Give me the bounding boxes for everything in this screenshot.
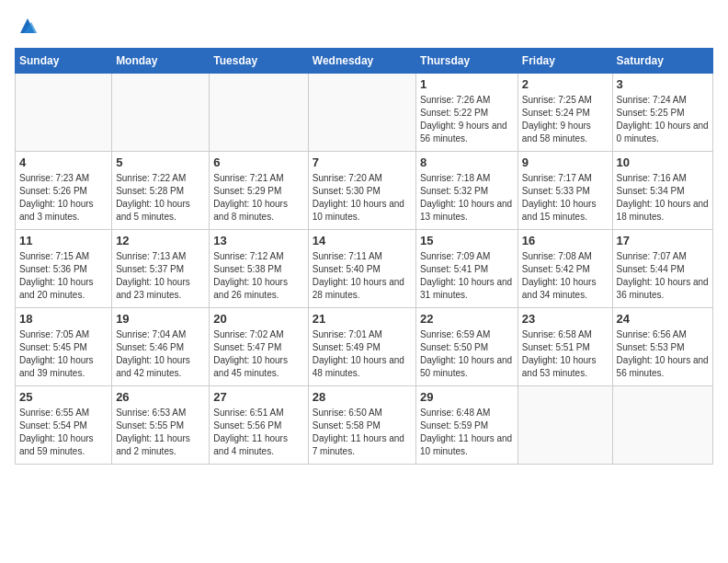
sunset-info: Sunset: 5:25 PM <box>617 107 709 120</box>
daylight-info: Daylight: 9 hours and 56 minutes. <box>420 120 514 145</box>
daylight-info: Daylight: 10 hours and 18 minutes. <box>617 198 709 224</box>
daylight-info: Daylight: 10 hours and 13 minutes. <box>420 198 514 224</box>
day-of-week-header: Tuesday <box>210 49 308 74</box>
day-number: 18 <box>19 312 108 326</box>
calendar-day-cell <box>16 74 112 152</box>
calendar-day-cell: 6 Sunrise: 7:21 AM Sunset: 5:29 PM Dayli… <box>210 152 308 230</box>
day-of-week-header: Sunday <box>16 49 112 74</box>
day-number: 27 <box>213 390 303 404</box>
calendar-day-cell: 28 Sunrise: 6:50 AM Sunset: 5:58 PM Dayl… <box>308 386 415 465</box>
daylight-info: Daylight: 10 hours and 56 minutes. <box>617 354 709 380</box>
daylight-info: Daylight: 10 hours and 20 minutes. <box>19 276 108 302</box>
sunrise-info: Sunrise: 6:51 AM <box>213 407 303 419</box>
sunset-info: Sunset: 5:54 PM <box>19 419 108 432</box>
sunset-info: Sunset: 5:22 PM <box>420 107 514 120</box>
calendar-day-cell: 9 Sunrise: 7:17 AM Sunset: 5:33 PM Dayli… <box>518 152 612 230</box>
daylight-info: Daylight: 10 hours and 36 minutes. <box>617 276 709 302</box>
sunrise-info: Sunrise: 6:56 AM <box>617 328 709 341</box>
sunrise-info: Sunrise: 7:24 AM <box>617 94 709 107</box>
day-number: 11 <box>19 234 108 247</box>
sunrise-info: Sunrise: 7:23 AM <box>19 172 108 185</box>
calendar-day-cell: 12 Sunrise: 7:13 AM Sunset: 5:37 PM Dayl… <box>112 230 210 308</box>
sunrise-info: Sunrise: 6:55 AM <box>19 407 108 419</box>
sunrise-info: Sunrise: 7:26 AM <box>420 94 514 107</box>
sunset-info: Sunset: 5:44 PM <box>617 263 709 276</box>
sunrise-info: Sunrise: 7:20 AM <box>313 172 412 185</box>
day-number: 19 <box>116 312 205 326</box>
calendar-week-row: 1 Sunrise: 7:26 AM Sunset: 5:22 PM Dayli… <box>16 74 713 152</box>
sunset-info: Sunset: 5:51 PM <box>522 341 609 354</box>
daylight-info: Daylight: 10 hours and 31 minutes. <box>420 276 514 302</box>
day-number: 23 <box>522 312 609 326</box>
calendar-week-row: 4 Sunrise: 7:23 AM Sunset: 5:26 PM Dayli… <box>16 152 713 230</box>
sunset-info: Sunset: 5:42 PM <box>522 263 609 276</box>
calendar-day-cell: 29 Sunrise: 6:48 AM Sunset: 5:59 PM Dayl… <box>416 386 518 465</box>
sunrise-info: Sunrise: 7:15 AM <box>19 250 108 263</box>
calendar-day-cell <box>612 386 712 465</box>
sunset-info: Sunset: 5:47 PM <box>213 341 303 354</box>
sunset-info: Sunset: 5:33 PM <box>522 185 609 198</box>
day-number: 5 <box>116 155 205 169</box>
day-number: 7 <box>313 155 412 169</box>
calendar-day-cell: 4 Sunrise: 7:23 AM Sunset: 5:26 PM Dayli… <box>16 152 112 230</box>
calendar-day-cell: 8 Sunrise: 7:18 AM Sunset: 5:32 PM Dayli… <box>416 152 518 230</box>
daylight-info: Daylight: 11 hours and 7 minutes. <box>313 432 412 458</box>
calendar-day-cell: 2 Sunrise: 7:25 AM Sunset: 5:24 PM Dayli… <box>518 74 612 152</box>
sunset-info: Sunset: 5:41 PM <box>420 263 514 276</box>
sunset-info: Sunset: 5:30 PM <box>313 185 412 198</box>
sunrise-info: Sunrise: 7:09 AM <box>420 250 514 263</box>
daylight-info: Daylight: 10 hours and 53 minutes. <box>522 354 609 380</box>
calendar-day-cell: 27 Sunrise: 6:51 AM Sunset: 5:56 PM Dayl… <box>210 386 308 465</box>
calendar-day-cell: 20 Sunrise: 7:02 AM Sunset: 5:47 PM Dayl… <box>210 308 308 386</box>
sunrise-info: Sunrise: 7:01 AM <box>313 328 412 341</box>
daylight-info: Daylight: 11 hours and 4 minutes. <box>213 432 303 458</box>
sunrise-info: Sunrise: 7:21 AM <box>213 172 303 185</box>
sunset-info: Sunset: 5:24 PM <box>522 107 609 120</box>
day-number: 21 <box>313 312 412 326</box>
daylight-info: Daylight: 10 hours and 10 minutes. <box>313 198 412 224</box>
day-number: 15 <box>420 234 514 247</box>
sunrise-info: Sunrise: 7:02 AM <box>213 328 303 341</box>
day-number: 3 <box>617 77 709 91</box>
header <box>15 15 713 37</box>
daylight-info: Daylight: 10 hours and 59 minutes. <box>19 432 108 458</box>
daylight-info: Daylight: 10 hours and 45 minutes. <box>213 354 303 380</box>
day-number: 20 <box>213 312 303 326</box>
daylight-info: Daylight: 10 hours and 3 minutes. <box>19 198 108 224</box>
daylight-info: Daylight: 11 hours and 10 minutes. <box>420 432 514 458</box>
calendar-day-cell: 13 Sunrise: 7:12 AM Sunset: 5:38 PM Dayl… <box>210 230 308 308</box>
day-number: 24 <box>617 312 709 326</box>
sunset-info: Sunset: 5:49 PM <box>313 341 412 354</box>
sunrise-info: Sunrise: 7:13 AM <box>116 250 205 263</box>
calendar-day-cell <box>308 74 415 152</box>
sunrise-info: Sunrise: 6:50 AM <box>313 407 412 419</box>
sunrise-info: Sunrise: 6:59 AM <box>420 328 514 341</box>
sunset-info: Sunset: 5:37 PM <box>116 263 205 276</box>
logo-icon <box>17 15 39 37</box>
sunset-info: Sunset: 5:59 PM <box>420 419 514 432</box>
sunrise-info: Sunrise: 6:53 AM <box>116 407 205 419</box>
calendar-day-cell <box>112 74 210 152</box>
daylight-info: Daylight: 10 hours and 34 minutes. <box>522 276 609 302</box>
daylight-info: Daylight: 10 hours and 39 minutes. <box>19 354 108 380</box>
calendar-day-cell: 7 Sunrise: 7:20 AM Sunset: 5:30 PM Dayli… <box>308 152 415 230</box>
day-number: 13 <box>213 234 303 247</box>
calendar-day-cell: 25 Sunrise: 6:55 AM Sunset: 5:54 PM Dayl… <box>16 386 112 465</box>
sunset-info: Sunset: 5:38 PM <box>213 263 303 276</box>
calendar-week-row: 11 Sunrise: 7:15 AM Sunset: 5:36 PM Dayl… <box>16 230 713 308</box>
sunrise-info: Sunrise: 7:08 AM <box>522 250 609 263</box>
sunrise-info: Sunrise: 7:16 AM <box>617 172 709 185</box>
sunset-info: Sunset: 5:34 PM <box>617 185 709 198</box>
sunrise-info: Sunrise: 7:04 AM <box>116 328 205 341</box>
daylight-info: Daylight: 10 hours and 5 minutes. <box>116 198 205 224</box>
day-number: 14 <box>313 234 412 247</box>
calendar-day-cell: 18 Sunrise: 7:05 AM Sunset: 5:45 PM Dayl… <box>16 308 112 386</box>
daylight-info: Daylight: 11 hours and 2 minutes. <box>116 432 205 458</box>
sunset-info: Sunset: 5:36 PM <box>19 263 108 276</box>
calendar-day-cell: 1 Sunrise: 7:26 AM Sunset: 5:22 PM Dayli… <box>416 74 518 152</box>
calendar-day-cell: 5 Sunrise: 7:22 AM Sunset: 5:28 PM Dayli… <box>112 152 210 230</box>
day-of-week-header: Thursday <box>416 49 518 74</box>
calendar-day-cell <box>518 386 612 465</box>
daylight-info: Daylight: 10 hours and 26 minutes. <box>213 276 303 302</box>
daylight-info: Daylight: 10 hours and 8 minutes. <box>213 198 303 224</box>
